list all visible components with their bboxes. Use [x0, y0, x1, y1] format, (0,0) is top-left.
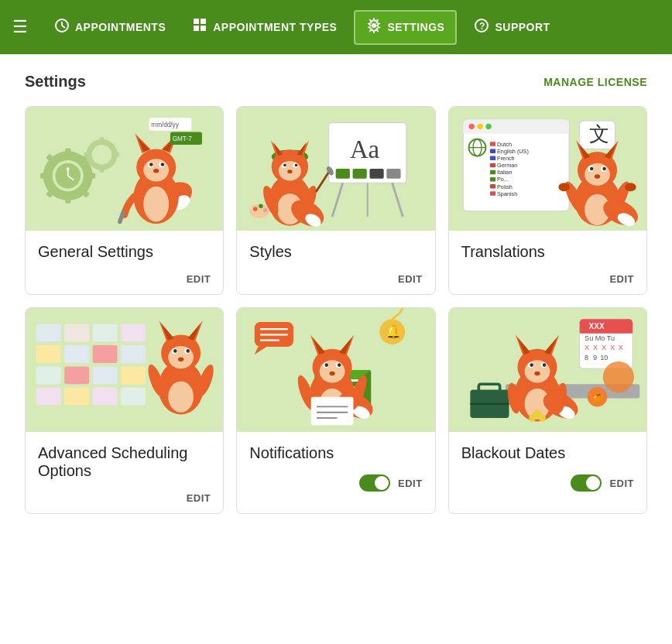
svg-rect-108 — [490, 184, 495, 188]
svg-point-189 — [320, 360, 345, 382]
svg-rect-27 — [100, 137, 104, 142]
card-translations-image: Dutch English (US) French German Italian… — [449, 107, 646, 231]
svg-rect-89 — [463, 129, 569, 133]
card-blackout-dates-image: XXX Su Mo Tu X X X X X 8 9 10 — [449, 308, 646, 432]
svg-rect-4 — [201, 19, 206, 24]
svg-rect-55 — [353, 169, 367, 179]
svg-text:🍊: 🍊 — [593, 393, 602, 402]
styles-edit-button[interactable]: EDIT — [398, 273, 423, 285]
svg-rect-28 — [100, 167, 104, 172]
svg-rect-6 — [201, 26, 206, 31]
svg-rect-5 — [194, 26, 199, 31]
card-general-settings-body: General Settings — [26, 231, 223, 261]
svg-rect-56 — [370, 169, 384, 179]
nav-settings[interactable]: SETTINGS — [354, 10, 457, 45]
svg-point-236 — [534, 372, 540, 375]
card-translations: Dutch English (US) French German Italian… — [448, 106, 647, 295]
svg-rect-137 — [121, 324, 146, 342]
svg-rect-100 — [490, 156, 495, 160]
advanced-scheduling-edit-button[interactable]: EDIT — [187, 492, 211, 504]
svg-point-234 — [530, 363, 533, 367]
card-translations-title: Translations — [461, 243, 634, 261]
svg-line-2 — [62, 26, 65, 28]
card-styles-body: Styles — [237, 231, 434, 261]
svg-rect-104 — [490, 170, 495, 174]
nav-support[interactable]: ? SUPPORT — [463, 12, 561, 43]
svg-rect-14 — [65, 197, 70, 204]
svg-text:Spanish: Spanish — [497, 190, 517, 197]
card-advanced-scheduling-title: Advanced Scheduling Options — [38, 444, 211, 480]
svg-point-92 — [485, 124, 491, 129]
card-notifications-image: 🔔 — [237, 308, 434, 432]
svg-line-168 — [399, 308, 403, 313]
card-notifications-footer: EDIT — [237, 465, 434, 501]
svg-text:X: X — [610, 344, 615, 351]
svg-rect-149 — [121, 388, 146, 406]
svg-text:10: 10 — [600, 354, 608, 361]
svg-point-126 — [590, 167, 594, 171]
card-blackout-dates: XXX Su Mo Tu X X X X X 8 9 10 — [448, 307, 647, 514]
card-advanced-scheduling-image — [26, 308, 223, 432]
svg-text:文: 文 — [588, 123, 609, 145]
svg-rect-57 — [387, 169, 401, 179]
svg-point-193 — [338, 363, 341, 367]
svg-rect-145 — [121, 366, 146, 384]
svg-point-161 — [186, 349, 190, 353]
support-icon: ? — [474, 18, 489, 37]
card-advanced-scheduling-footer: EDIT — [26, 483, 223, 513]
svg-text:X: X — [619, 344, 623, 351]
svg-point-132 — [625, 183, 636, 191]
svg-point-79 — [259, 204, 263, 208]
svg-rect-3 — [194, 19, 199, 24]
svg-point-162 — [178, 358, 183, 361]
svg-point-235 — [542, 363, 546, 367]
svg-rect-16 — [40, 173, 47, 178]
svg-rect-135 — [64, 324, 89, 342]
svg-text:X: X — [602, 344, 606, 351]
clock-icon — [54, 18, 70, 37]
blackout-dates-toggle[interactable] — [571, 474, 602, 492]
svg-rect-138 — [36, 345, 61, 363]
card-advanced-scheduling: Advanced Scheduling Options EDIT — [25, 307, 224, 514]
svg-rect-143 — [64, 366, 89, 384]
svg-rect-148 — [93, 388, 118, 406]
navigation: ☰ APPOINTMENTS APPOINTMENT TYPES — [0, 0, 672, 54]
nav-appointment-types[interactable]: APPOINTMENT TYPES — [183, 12, 348, 43]
svg-rect-146 — [36, 388, 61, 406]
svg-rect-141 — [121, 345, 146, 363]
svg-point-240 — [529, 414, 536, 421]
page-title: Settings — [25, 73, 86, 91]
svg-rect-15 — [88, 173, 95, 178]
svg-point-91 — [477, 124, 482, 129]
svg-rect-142 — [36, 366, 61, 384]
svg-point-151 — [168, 382, 194, 413]
manage-license-link[interactable]: MANAGE LICENSE — [543, 76, 647, 88]
card-general-settings-footer: EDIT — [26, 264, 223, 294]
general-settings-edit-button[interactable]: EDIT — [187, 273, 211, 285]
svg-point-127 — [602, 167, 606, 171]
svg-point-26 — [92, 145, 112, 165]
svg-text:Aa: Aa — [350, 135, 380, 163]
svg-point-45 — [153, 169, 159, 173]
svg-point-241 — [538, 414, 545, 421]
notifications-toggle[interactable] — [359, 474, 390, 492]
card-general-settings-title: General Settings — [38, 243, 211, 261]
svg-rect-140 — [93, 345, 118, 363]
card-styles-title: Styles — [249, 243, 422, 261]
blackout-dates-edit-button[interactable]: EDIT — [609, 478, 634, 489]
svg-rect-110 — [490, 191, 495, 195]
card-styles-footer: EDIT — [237, 264, 434, 294]
translations-edit-button[interactable]: EDIT — [609, 273, 634, 285]
svg-point-219 — [602, 361, 633, 392]
svg-point-34 — [143, 187, 169, 222]
svg-rect-54 — [336, 169, 350, 179]
card-translations-footer: EDIT — [449, 264, 646, 294]
nav-support-label: SUPPORT — [495, 21, 550, 33]
svg-text:mm/dd/yy: mm/dd/yy — [151, 122, 179, 128]
nav-appointments[interactable]: APPOINTMENTS — [43, 12, 177, 43]
svg-point-43 — [149, 163, 153, 166]
svg-point-70 — [295, 164, 298, 167]
svg-rect-139 — [64, 345, 89, 363]
notifications-edit-button[interactable]: EDIT — [398, 478, 423, 489]
hamburger-menu[interactable]: ☰ — [12, 17, 28, 37]
